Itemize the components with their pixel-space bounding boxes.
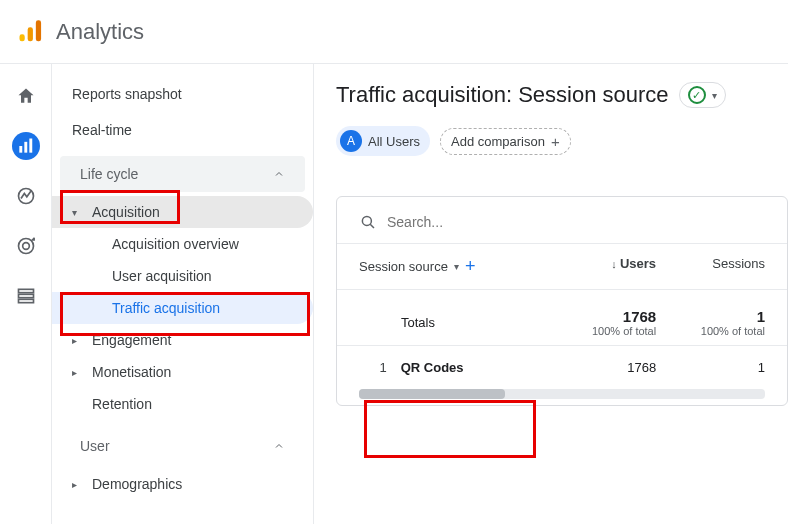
section-label: User [80, 438, 110, 454]
svg-point-7 [18, 239, 33, 254]
add-comparison-button[interactable]: Add comparison + [440, 128, 571, 155]
chevron-up-icon [273, 440, 285, 452]
sidebar-realtime[interactable]: Real-time [52, 112, 313, 148]
reports-sidebar: Reports snapshot Real-time Life cycle ▾ … [52, 64, 314, 524]
sidebar-section-user[interactable]: User [60, 428, 305, 464]
sidebar-item-acquisition-overview[interactable]: Acquisition overview [52, 228, 313, 260]
sidebar-item-acquisition[interactable]: ▾ Acquisition [52, 196, 313, 228]
caret-right-icon: ▸ [72, 367, 82, 378]
svg-rect-5 [29, 139, 32, 153]
top-bar: Analytics [0, 0, 788, 64]
totals-sessions-value: 1 [656, 308, 765, 325]
annotation-box [364, 400, 536, 458]
svg-rect-3 [19, 146, 22, 153]
rail-advertising-icon[interactable] [12, 232, 40, 260]
rail-reports-icon[interactable] [12, 132, 40, 160]
status-chip[interactable]: ✓ ▾ [679, 82, 726, 108]
caret-down-icon: ▾ [712, 90, 717, 101]
svg-point-12 [362, 216, 371, 225]
row-users-value: 1768 [547, 360, 656, 375]
row-dimension-value: QR Codes [401, 360, 464, 375]
row-index: 1 [359, 360, 387, 375]
page-title: Traffic acquisition: Session source [336, 82, 669, 108]
data-table: Session source ▾ + ↓ Users Sessions Tota… [336, 196, 788, 406]
segment-pill[interactable]: A All Users [336, 126, 430, 156]
sidebar-item-label: Acquisition [92, 204, 160, 220]
sidebar-item-engagement[interactable]: ▸ Engagement [52, 324, 313, 356]
totals-row: Totals 1768100% of total 1100% of total [337, 290, 787, 345]
totals-sessions-subtext: 100% of total [656, 325, 765, 337]
chevron-up-icon [273, 168, 285, 180]
svg-rect-10 [18, 294, 33, 297]
svg-rect-11 [18, 299, 33, 302]
sidebar-section-life-cycle[interactable]: Life cycle [60, 156, 305, 192]
sidebar-item-label: Retention [92, 396, 152, 412]
sidebar-reports-snapshot[interactable]: Reports snapshot [52, 76, 313, 112]
sidebar-item-traffic-acquisition[interactable]: Traffic acquisition [52, 292, 313, 324]
search-icon [359, 213, 377, 231]
caret-down-icon: ▾ [454, 261, 459, 272]
table-row[interactable]: 1 QR Codes 1768 1 [337, 345, 787, 389]
add-comparison-label: Add comparison [451, 134, 545, 149]
dimension-header[interactable]: Session source [359, 259, 448, 274]
sidebar-item-label: Engagement [92, 332, 171, 348]
caret-right-icon: ▸ [72, 335, 82, 346]
horizontal-scrollbar[interactable] [359, 389, 765, 399]
column-sessions[interactable]: Sessions [656, 256, 765, 277]
plus-icon: + [551, 133, 560, 150]
sidebar-item-demographics[interactable]: ▸ Demographics [52, 468, 313, 500]
rail-explore-icon[interactable] [12, 182, 40, 210]
segment-letter-badge: A [340, 130, 362, 152]
segment-label: All Users [368, 134, 420, 149]
row-sessions-value: 1 [656, 360, 765, 375]
svg-rect-0 [20, 34, 25, 41]
sidebar-item-retention[interactable]: ▸ Retention [52, 388, 313, 420]
main-content: Traffic acquisition: Session source ✓ ▾ … [314, 64, 788, 524]
sidebar-item-user-acquisition[interactable]: User acquisition [52, 260, 313, 292]
svg-rect-2 [36, 20, 41, 41]
sidebar-item-monetisation[interactable]: ▸ Monetisation [52, 356, 313, 388]
column-users[interactable]: ↓ Users [547, 256, 656, 277]
caret-down-icon: ▾ [72, 207, 82, 218]
rail-configure-icon[interactable] [12, 282, 40, 310]
rail-home-icon[interactable] [12, 82, 40, 110]
sidebar-item-label: Monetisation [92, 364, 171, 380]
svg-rect-9 [18, 289, 33, 292]
app-title: Analytics [56, 19, 144, 45]
caret-right-icon: ▸ [72, 479, 82, 490]
sidebar-item-label: Demographics [92, 476, 182, 492]
section-label: Life cycle [80, 166, 138, 182]
totals-users-value: 1768 [547, 308, 656, 325]
svg-point-8 [22, 243, 29, 250]
totals-users-subtext: 100% of total [547, 325, 656, 337]
add-dimension-button[interactable]: + [465, 256, 476, 277]
check-circle-icon: ✓ [688, 86, 706, 104]
svg-rect-1 [28, 27, 33, 41]
analytics-logo-icon [16, 18, 44, 46]
svg-rect-4 [24, 142, 27, 153]
table-header: Session source ▾ + ↓ Users Sessions [337, 244, 787, 290]
totals-label: Totals [359, 308, 547, 337]
search-input[interactable] [387, 214, 765, 230]
left-rail [0, 64, 52, 524]
